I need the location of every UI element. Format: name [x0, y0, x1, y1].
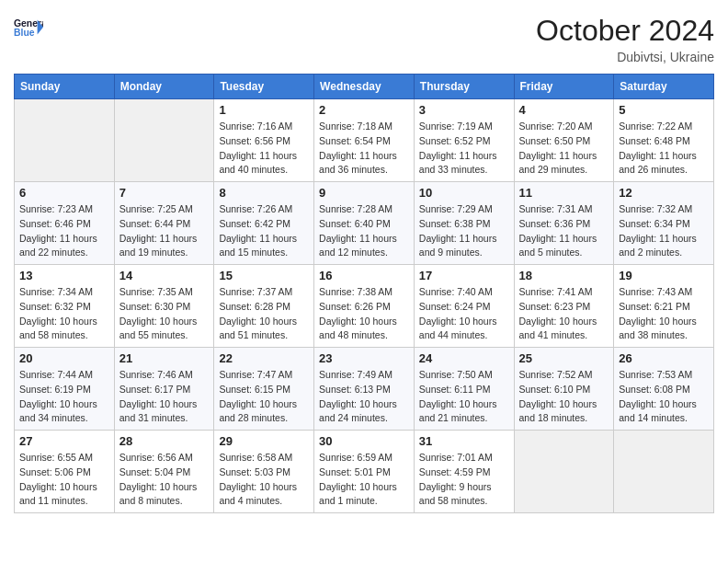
day-number: 14 [119, 269, 210, 282]
day-number: 2 [319, 103, 409, 117]
calendar-cell: 19Sunrise: 7:43 AMSunset: 6:21 PMDayligh… [614, 265, 714, 348]
weekday-header: Thursday [414, 75, 514, 99]
calendar-cell: 28Sunrise: 6:56 AMSunset: 5:04 PMDayligh… [114, 431, 214, 513]
day-number: 12 [619, 186, 709, 200]
location: Dubivtsi, Ukraine [536, 50, 714, 64]
calendar-cell: 1Sunrise: 7:16 AMSunset: 6:56 PMDaylight… [214, 99, 314, 182]
day-number: 5 [619, 103, 709, 117]
calendar-header-row: SundayMondayTuesdayWednesdayThursdayFrid… [15, 75, 714, 99]
day-info: Sunrise: 7:46 AMSunset: 6:17 PMDaylight:… [119, 368, 210, 426]
calendar-week-row: 6Sunrise: 7:23 AMSunset: 6:46 PMDaylight… [15, 182, 714, 265]
day-number: 17 [419, 269, 509, 282]
calendar-week-row: 13Sunrise: 7:34 AMSunset: 6:32 PMDayligh… [15, 265, 714, 348]
day-info: Sunrise: 7:23 AMSunset: 6:46 PMDaylight:… [19, 202, 109, 260]
calendar-cell: 3Sunrise: 7:19 AMSunset: 6:52 PMDaylight… [414, 99, 514, 182]
calendar-table: SundayMondayTuesdayWednesdayThursdayFrid… [14, 74, 714, 513]
weekday-header: Saturday [614, 75, 714, 99]
day-info: Sunrise: 7:26 AMSunset: 6:42 PMDaylight:… [219, 202, 309, 260]
day-info: Sunrise: 7:25 AMSunset: 6:44 PMDaylight:… [119, 202, 210, 260]
weekday-header: Monday [114, 75, 214, 99]
day-number: 7 [119, 186, 210, 200]
day-number: 27 [19, 434, 109, 448]
calendar-cell: 23Sunrise: 7:49 AMSunset: 6:13 PMDayligh… [314, 348, 415, 431]
calendar-cell: 7Sunrise: 7:25 AMSunset: 6:44 PMDaylight… [114, 182, 214, 265]
calendar-cell: 4Sunrise: 7:20 AMSunset: 6:50 PMDaylight… [514, 99, 614, 182]
weekday-header: Wednesday [314, 75, 415, 99]
month-title: October 2024 [536, 14, 714, 48]
calendar-cell: 25Sunrise: 7:52 AMSunset: 6:10 PMDayligh… [514, 348, 614, 431]
calendar-cell: 8Sunrise: 7:26 AMSunset: 6:42 PMDaylight… [214, 182, 314, 265]
day-info: Sunrise: 7:53 AMSunset: 6:08 PMDaylight:… [619, 368, 709, 426]
day-number: 1 [219, 103, 309, 117]
day-info: Sunrise: 7:49 AMSunset: 6:13 PMDaylight:… [319, 368, 409, 426]
calendar-cell [15, 99, 115, 182]
day-info: Sunrise: 7:52 AMSunset: 6:10 PMDaylight:… [519, 368, 609, 426]
day-info: Sunrise: 7:44 AMSunset: 6:19 PMDaylight:… [19, 368, 109, 426]
day-info: Sunrise: 7:22 AMSunset: 6:48 PMDaylight:… [619, 120, 709, 178]
day-number: 23 [319, 351, 409, 365]
calendar-cell: 16Sunrise: 7:38 AMSunset: 6:26 PMDayligh… [314, 265, 415, 348]
day-info: Sunrise: 7:43 AMSunset: 6:21 PMDaylight:… [619, 285, 709, 343]
svg-text:Blue: Blue [14, 28, 35, 38]
day-number: 10 [419, 186, 509, 200]
calendar-cell: 26Sunrise: 7:53 AMSunset: 6:08 PMDayligh… [614, 348, 714, 431]
day-number: 19 [619, 269, 709, 282]
day-info: Sunrise: 7:34 AMSunset: 6:32 PMDaylight:… [19, 285, 109, 343]
calendar-cell: 13Sunrise: 7:34 AMSunset: 6:32 PMDayligh… [15, 265, 115, 348]
calendar-cell: 10Sunrise: 7:29 AMSunset: 6:38 PMDayligh… [414, 182, 514, 265]
day-number: 22 [219, 351, 309, 365]
day-number: 8 [219, 186, 309, 200]
day-number: 6 [19, 186, 109, 200]
day-info: Sunrise: 7:28 AMSunset: 6:40 PMDaylight:… [319, 202, 409, 260]
day-info: Sunrise: 6:58 AMSunset: 5:03 PMDaylight:… [219, 451, 309, 509]
calendar-cell: 24Sunrise: 7:50 AMSunset: 6:11 PMDayligh… [414, 348, 514, 431]
day-info: Sunrise: 6:56 AMSunset: 5:04 PMDaylight:… [119, 451, 210, 509]
day-number: 31 [419, 434, 509, 448]
day-number: 25 [519, 351, 609, 365]
calendar-cell: 11Sunrise: 7:31 AMSunset: 6:36 PMDayligh… [514, 182, 614, 265]
calendar-week-row: 1Sunrise: 7:16 AMSunset: 6:56 PMDaylight… [15, 99, 714, 182]
title-block: October 2024 Dubivtsi, Ukraine [536, 14, 714, 64]
day-info: Sunrise: 7:38 AMSunset: 6:26 PMDaylight:… [319, 285, 409, 343]
logo-icon: General Blue [14, 14, 43, 43]
day-number: 18 [519, 269, 609, 282]
day-number: 30 [319, 434, 409, 448]
calendar-cell: 5Sunrise: 7:22 AMSunset: 6:48 PMDaylight… [614, 99, 714, 182]
day-info: Sunrise: 7:01 AMSunset: 4:59 PMDaylight:… [419, 451, 509, 509]
calendar-cell: 9Sunrise: 7:28 AMSunset: 6:40 PMDaylight… [314, 182, 415, 265]
weekday-header: Tuesday [214, 75, 314, 99]
calendar-cell: 17Sunrise: 7:40 AMSunset: 6:24 PMDayligh… [414, 265, 514, 348]
day-info: Sunrise: 7:47 AMSunset: 6:15 PMDaylight:… [219, 368, 309, 426]
logo: General Blue [14, 14, 43, 43]
calendar-cell [614, 431, 714, 513]
calendar-cell [114, 99, 214, 182]
weekday-header: Sunday [15, 75, 115, 99]
day-info: Sunrise: 7:37 AMSunset: 6:28 PMDaylight:… [219, 285, 309, 343]
day-number: 24 [419, 351, 509, 365]
calendar-cell: 15Sunrise: 7:37 AMSunset: 6:28 PMDayligh… [214, 265, 314, 348]
day-number: 13 [19, 269, 109, 282]
day-info: Sunrise: 7:32 AMSunset: 6:34 PMDaylight:… [619, 202, 709, 260]
day-number: 15 [219, 269, 309, 282]
day-number: 9 [319, 186, 409, 200]
day-info: Sunrise: 7:16 AMSunset: 6:56 PMDaylight:… [219, 120, 309, 178]
day-info: Sunrise: 7:29 AMSunset: 6:38 PMDaylight:… [419, 202, 509, 260]
calendar-cell [514, 431, 614, 513]
calendar-week-row: 27Sunrise: 6:55 AMSunset: 5:06 PMDayligh… [15, 431, 714, 513]
calendar-cell: 27Sunrise: 6:55 AMSunset: 5:06 PMDayligh… [15, 431, 115, 513]
calendar-cell: 18Sunrise: 7:41 AMSunset: 6:23 PMDayligh… [514, 265, 614, 348]
weekday-header: Friday [514, 75, 614, 99]
day-info: Sunrise: 7:35 AMSunset: 6:30 PMDaylight:… [119, 285, 210, 343]
day-info: Sunrise: 7:31 AMSunset: 6:36 PMDaylight:… [519, 202, 609, 260]
day-info: Sunrise: 7:50 AMSunset: 6:11 PMDaylight:… [419, 368, 509, 426]
calendar-cell: 22Sunrise: 7:47 AMSunset: 6:15 PMDayligh… [214, 348, 314, 431]
day-number: 16 [319, 269, 409, 282]
day-number: 4 [519, 103, 609, 117]
day-number: 29 [219, 434, 309, 448]
calendar-cell: 20Sunrise: 7:44 AMSunset: 6:19 PMDayligh… [15, 348, 115, 431]
day-number: 3 [419, 103, 509, 117]
day-number: 26 [619, 351, 709, 365]
day-info: Sunrise: 7:19 AMSunset: 6:52 PMDaylight:… [419, 120, 509, 178]
day-info: Sunrise: 7:18 AMSunset: 6:54 PMDaylight:… [319, 120, 409, 178]
calendar-cell: 31Sunrise: 7:01 AMSunset: 4:59 PMDayligh… [414, 431, 514, 513]
